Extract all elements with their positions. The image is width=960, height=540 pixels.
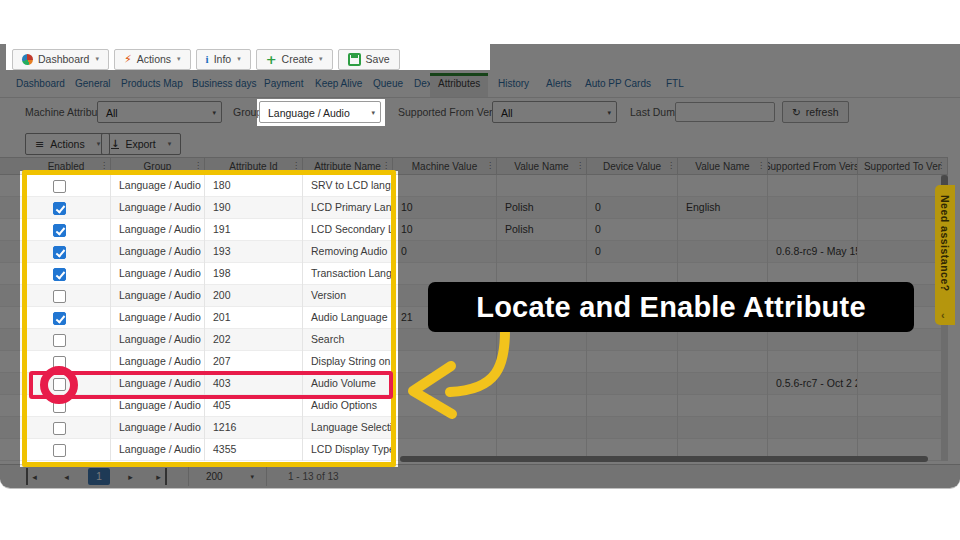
tab-history[interactable]: History bbox=[490, 74, 537, 97]
actions-button[interactable]: ⚡Actions▾ bbox=[114, 49, 191, 70]
column-menu-icon[interactable]: ⋮ bbox=[847, 161, 855, 170]
enabled-checkbox[interactable] bbox=[53, 180, 66, 193]
chevron-down-icon: ▾ bbox=[319, 55, 323, 63]
column-header-machine-value[interactable]: Machine Value⋮ bbox=[393, 158, 497, 175]
column-menu-icon[interactable]: ⋮ bbox=[667, 161, 675, 170]
enabled-checkbox[interactable] bbox=[53, 202, 66, 215]
enabled-checkbox[interactable] bbox=[53, 268, 66, 281]
chevron-down-icon: ▾ bbox=[168, 140, 172, 148]
column-header-label: Value Name bbox=[514, 161, 568, 172]
column-menu-icon[interactable]: ⋮ bbox=[292, 161, 300, 170]
table-row[interactable]: Language / Audio1216Language Selection .… bbox=[0, 417, 948, 439]
column-menu-icon[interactable]: ⋮ bbox=[757, 161, 765, 170]
enabled-cell bbox=[22, 263, 111, 285]
pagination-next-button[interactable]: ▸ bbox=[122, 468, 139, 485]
attribute-name-cell: Display String on Di... bbox=[303, 351, 393, 373]
enabled-checkbox[interactable] bbox=[53, 422, 66, 435]
horizontal-scrollbar[interactable] bbox=[400, 456, 928, 462]
table-row[interactable]: Language / Audio180SRV to LCD lang bbox=[0, 175, 948, 197]
tab-auto-pp-cards[interactable]: Auto PP Cards bbox=[577, 74, 659, 97]
column-header-enabled[interactable]: Enabled⋮ bbox=[22, 158, 111, 175]
table-row[interactable]: Language / Audio405Audio Options bbox=[0, 395, 948, 417]
column-header-attribute-name[interactable]: Attribute Name⋮ bbox=[303, 158, 393, 175]
column-menu-icon[interactable]: ⋮ bbox=[194, 161, 202, 170]
group-cell: Language / Audio bbox=[111, 285, 205, 307]
enabled-checkbox[interactable] bbox=[53, 356, 66, 369]
device-value-name-cell bbox=[678, 351, 768, 373]
enabled-checkbox[interactable] bbox=[53, 334, 66, 347]
tab-dashboard[interactable]: Dashboard bbox=[8, 74, 73, 97]
value-name-cell bbox=[497, 329, 587, 351]
column-menu-icon[interactable]: ⋮ bbox=[486, 161, 494, 170]
enabled-checkbox[interactable] bbox=[53, 312, 66, 325]
column-menu-icon[interactable]: ⋮ bbox=[382, 161, 390, 170]
column-menu-icon[interactable]: ⋮ bbox=[100, 161, 108, 170]
tab-attributes[interactable]: Attributes bbox=[430, 73, 488, 97]
supported-to-cell bbox=[858, 417, 948, 439]
tab-products-map[interactable]: Products Map bbox=[113, 74, 191, 97]
column-menu-icon[interactable]: ⋮ bbox=[576, 161, 584, 170]
column-header-value-name[interactable]: Value Name⋮ bbox=[678, 158, 768, 175]
column-menu-icon[interactable]: ⋮ bbox=[937, 161, 945, 170]
info-button[interactable]: iInfo▾ bbox=[196, 49, 251, 70]
grid-actions-button[interactable]: ≡ Actions ▾ bbox=[25, 133, 110, 155]
table-row-highlighted[interactable]: Language / Audio403Audio Volume0.5.6-rc7… bbox=[0, 373, 948, 395]
tab-keep-alive[interactable]: Keep Alive bbox=[307, 74, 370, 97]
enabled-checkbox[interactable] bbox=[53, 290, 66, 303]
page-size-select[interactable]: 200 ▾ bbox=[202, 468, 258, 485]
supported-to-cell bbox=[858, 329, 948, 351]
create-button[interactable]: +Create▾ bbox=[256, 49, 333, 70]
attribute-name-cell: Audio Options bbox=[303, 395, 393, 417]
table-row[interactable]: Language / Audio202Search bbox=[0, 329, 948, 351]
column-header-device-value[interactable]: Device Value⋮ bbox=[587, 158, 678, 175]
table-row[interactable]: Language / Audio190LCD Primary Langua...… bbox=[0, 197, 948, 219]
column-header-label: Supported To Ver bbox=[864, 161, 941, 172]
last-dump-input[interactable] bbox=[675, 102, 775, 122]
enabled-checkbox[interactable] bbox=[53, 400, 66, 413]
tab-alerts[interactable]: Alerts bbox=[538, 74, 580, 97]
attribute-name-cell: LCD Display Type bbox=[303, 439, 393, 461]
enabled-checkbox[interactable] bbox=[53, 246, 66, 259]
tab-general[interactable]: General bbox=[67, 74, 119, 97]
pagination-last-button[interactable]: ▸ bbox=[152, 468, 167, 485]
save-button[interactable]: Save bbox=[338, 49, 400, 70]
attribute-id-cell: 405 bbox=[205, 395, 303, 417]
enabled-checkbox[interactable] bbox=[53, 444, 66, 457]
attribute-id-cell: 200 bbox=[205, 285, 303, 307]
refresh-button[interactable]: ↻ refresh bbox=[782, 101, 849, 123]
attribute-id-cell: 403 bbox=[205, 373, 303, 395]
column-header-value-name[interactable]: Value Name⋮ bbox=[497, 158, 587, 175]
device-value-name-cell bbox=[678, 329, 768, 351]
callout: Locate and Enable Attribute bbox=[428, 282, 914, 332]
tab-payment[interactable]: Payment bbox=[256, 74, 311, 97]
dashboard-button[interactable]: Dashboard▾ bbox=[12, 49, 109, 70]
need-assistance-tab[interactable]: Need assistance? ‹ bbox=[935, 185, 955, 325]
grid-toolbar: ≡ Actions ▾ ↓ Export ▾ bbox=[0, 131, 960, 157]
attribute-id-cell: 180 bbox=[205, 175, 303, 197]
machine-attributes-select[interactable]: All ▾ bbox=[97, 101, 222, 123]
column-header-attribute-id[interactable]: Attribute Id⋮ bbox=[205, 158, 303, 175]
device-value-cell bbox=[587, 329, 678, 351]
grid-export-button[interactable]: ↓ Export ▾ bbox=[101, 133, 181, 155]
supported-from-version-select[interactable]: All ▾ bbox=[492, 101, 617, 123]
group-select[interactable]: Language / Audio ▾ bbox=[259, 101, 381, 123]
enabled-checkbox[interactable] bbox=[53, 378, 66, 391]
supported-from-cell: 0.5.6-rc7 - Oct 2 2013 bbox=[768, 373, 858, 395]
tab-queue[interactable]: Queue bbox=[365, 74, 411, 97]
enabled-cell bbox=[22, 351, 111, 373]
column-header-supported-from-versi[interactable]: Supported From Versi⋮ bbox=[768, 158, 858, 175]
pagination-page-button[interactable]: 1 bbox=[88, 468, 110, 485]
enabled-checkbox[interactable] bbox=[53, 224, 66, 237]
tab-ftl[interactable]: FTL bbox=[658, 74, 692, 97]
table-row[interactable]: Language / Audio191LCD Secondary Lan...1… bbox=[0, 219, 948, 241]
chevron-down-icon: ▾ bbox=[212, 102, 216, 123]
table-row[interactable]: Language / Audio193Removing Audio M...00… bbox=[0, 241, 948, 263]
table-row[interactable]: Language / Audio207Display String on Di.… bbox=[0, 351, 948, 373]
tab-business-days[interactable]: Business days bbox=[184, 74, 264, 97]
column-header-supported-to-ver[interactable]: Supported To Ver⋮ bbox=[858, 158, 948, 175]
pagination-prev-button[interactable]: ◂ bbox=[58, 468, 75, 485]
machine-value-cell: 0 bbox=[393, 241, 497, 263]
attribute-name-cell: SRV to LCD lang bbox=[303, 175, 393, 197]
pagination-first-button[interactable]: ◂ bbox=[26, 468, 41, 485]
column-header-group[interactable]: Group⋮ bbox=[111, 158, 205, 175]
